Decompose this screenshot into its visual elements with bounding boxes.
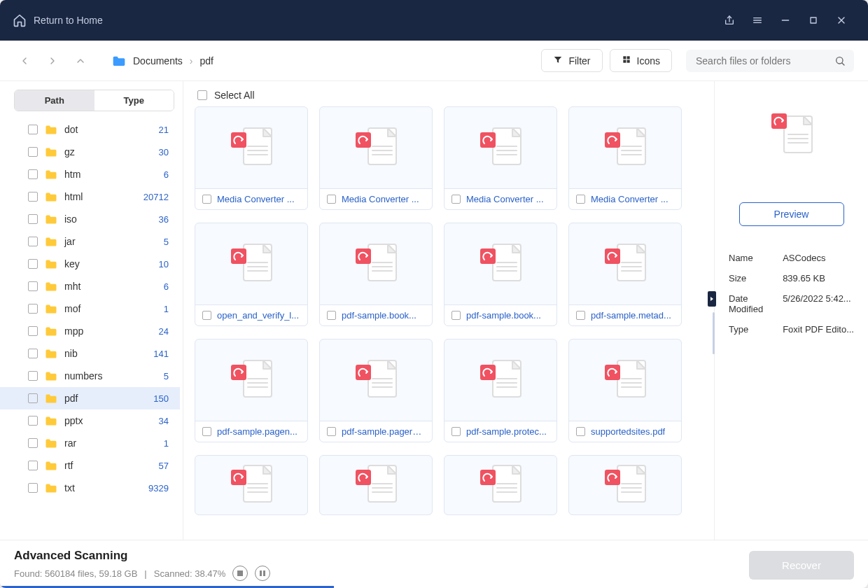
file-card[interactable]: Media Converter ...	[444, 106, 557, 210]
sidebar-item-htm[interactable]: htm6	[0, 163, 180, 186]
sidebar-item-rar[interactable]: rar1	[0, 432, 180, 454]
select-all-checkbox[interactable]	[197, 90, 207, 100]
folder-checkbox[interactable]	[28, 438, 38, 448]
sidebar-item-key[interactable]: key10	[0, 253, 180, 275]
file-card[interactable]: pdf-sample.book...	[319, 223, 433, 326]
file-card[interactable]: pdf-sample.metad...	[568, 223, 682, 326]
sidebar-item-rtf[interactable]: rtf57	[0, 454, 180, 477]
menu-icon[interactable]	[743, 6, 771, 34]
select-all-row[interactable]: Select All	[183, 81, 714, 106]
file-card[interactable]: pdf-sample.protec...	[444, 339, 557, 442]
sidebar-item-dot[interactable]: dot21	[0, 118, 180, 141]
file-card[interactable]: pdf-sample.pagere...	[319, 339, 433, 442]
file-card[interactable]: Media Converter ...	[319, 106, 433, 210]
folder-name: mpp	[64, 326, 152, 337]
stop-button[interactable]	[232, 566, 248, 581]
recover-button[interactable]: Recover	[749, 551, 854, 580]
file-checkbox[interactable]	[202, 311, 211, 320]
sidebar-item-nib[interactable]: nib141	[0, 342, 180, 365]
folder-checkbox[interactable]	[28, 237, 38, 246]
file-checkbox[interactable]	[327, 195, 336, 204]
file-grid-scroll[interactable]: Media Converter ...Media Converter ...Me…	[183, 106, 714, 540]
pdf-thumb-icon	[195, 340, 307, 421]
folder-checkbox[interactable]	[28, 349, 38, 358]
file-card[interactable]	[195, 455, 308, 515]
folder-checkbox[interactable]	[28, 461, 38, 470]
folder-checkbox[interactable]	[28, 483, 38, 493]
forward-button[interactable]	[42, 50, 63, 71]
file-card[interactable]: Media Converter ...	[568, 106, 682, 210]
search-input[interactable]	[686, 50, 854, 72]
status-found-value: 560184 files, 59.18 GB	[45, 568, 137, 579]
file-checkbox[interactable]	[451, 195, 461, 204]
sidebar-item-mpp[interactable]: mpp24	[0, 320, 180, 342]
folder-checkbox[interactable]	[28, 192, 38, 202]
sidebar-item-mht[interactable]: mht6	[0, 275, 180, 298]
file-card[interactable]: pdf-sample.book...	[444, 223, 557, 326]
sidebar-item-html[interactable]: html20712	[0, 186, 180, 208]
folder-checkbox[interactable]	[28, 326, 38, 336]
folder-checkbox[interactable]	[28, 259, 38, 269]
folder-checkbox[interactable]	[28, 393, 38, 403]
collapse-handle[interactable]	[708, 291, 716, 307]
sidebar-item-iso[interactable]: iso36	[0, 208, 180, 230]
file-card[interactable]: Media Converter ...	[195, 106, 308, 210]
sidebar-item-gz[interactable]: gz30	[0, 141, 180, 163]
meta-label-type: Type	[727, 320, 780, 339]
pdf-thumb-icon	[569, 107, 681, 188]
maximize-button[interactable]	[799, 6, 827, 34]
search-box	[686, 50, 854, 72]
folder-name: mht	[64, 281, 157, 292]
file-checkbox[interactable]	[451, 311, 461, 320]
file-checkbox[interactable]	[202, 195, 211, 204]
file-card[interactable]	[444, 455, 557, 515]
toolbar: Documents › pdf Filter Icons	[0, 41, 868, 81]
file-name: open_and_verify_l...	[217, 310, 299, 321]
folder-name: dot	[64, 124, 152, 135]
file-checkbox[interactable]	[202, 427, 211, 436]
sidebar-item-pdf[interactable]: pdf150	[0, 387, 180, 410]
file-checkbox[interactable]	[327, 311, 336, 320]
minimize-button[interactable]	[771, 6, 799, 34]
folder-checkbox[interactable]	[28, 281, 38, 291]
back-button[interactable]	[14, 50, 35, 71]
file-checkbox[interactable]	[576, 195, 585, 204]
pause-button[interactable]	[255, 566, 270, 581]
file-card[interactable]: open_and_verify_l...	[195, 223, 308, 326]
file-checkbox[interactable]	[327, 427, 336, 436]
breadcrumb-item[interactable]: pdf	[200, 55, 213, 66]
folder-checkbox[interactable]	[28, 416, 38, 426]
folder-checkbox[interactable]	[28, 371, 38, 381]
file-checkbox[interactable]	[451, 427, 461, 436]
file-checkbox[interactable]	[576, 311, 585, 320]
share-icon[interactable]	[715, 6, 743, 34]
folder-checkbox[interactable]	[28, 214, 38, 224]
svg-rect-31	[480, 132, 496, 148]
folder-checkbox[interactable]	[28, 147, 38, 157]
sidebar-item-pptx[interactable]: pptx34	[0, 410, 180, 432]
close-button[interactable]	[827, 6, 855, 34]
sidebar-item-txt[interactable]: txt9329	[0, 477, 180, 499]
preview-button[interactable]: Preview	[739, 202, 844, 226]
sidebar-item-mof[interactable]: mof1	[0, 298, 180, 320]
tab-path[interactable]: Path	[15, 90, 94, 111]
breadcrumb-item[interactable]: Documents	[133, 55, 183, 66]
file-card[interactable]: supportedsites.pdf	[568, 339, 682, 442]
up-button[interactable]	[70, 50, 91, 71]
file-checkbox[interactable]	[576, 427, 585, 436]
file-card[interactable]: pdf-sample.pagen...	[195, 339, 308, 442]
folder-list[interactable]: dot21gz30htm6html20712iso36jar5key10mht6…	[0, 118, 183, 540]
filter-button[interactable]: Filter	[541, 49, 602, 72]
view-mode-button[interactable]: Icons	[610, 49, 672, 72]
folder-count: 10	[159, 259, 169, 270]
sidebar-item-jar[interactable]: jar5	[0, 230, 180, 253]
return-home-link[interactable]: Return to Home	[34, 15, 103, 26]
file-card[interactable]	[319, 455, 433, 515]
folder-count: 6	[164, 281, 169, 292]
tab-type[interactable]: Type	[94, 90, 174, 111]
file-card[interactable]	[568, 455, 682, 515]
folder-checkbox[interactable]	[28, 125, 38, 134]
folder-checkbox[interactable]	[28, 304, 38, 314]
sidebar-item-numbers[interactable]: numbers5	[0, 365, 180, 387]
folder-checkbox[interactable]	[28, 169, 38, 179]
